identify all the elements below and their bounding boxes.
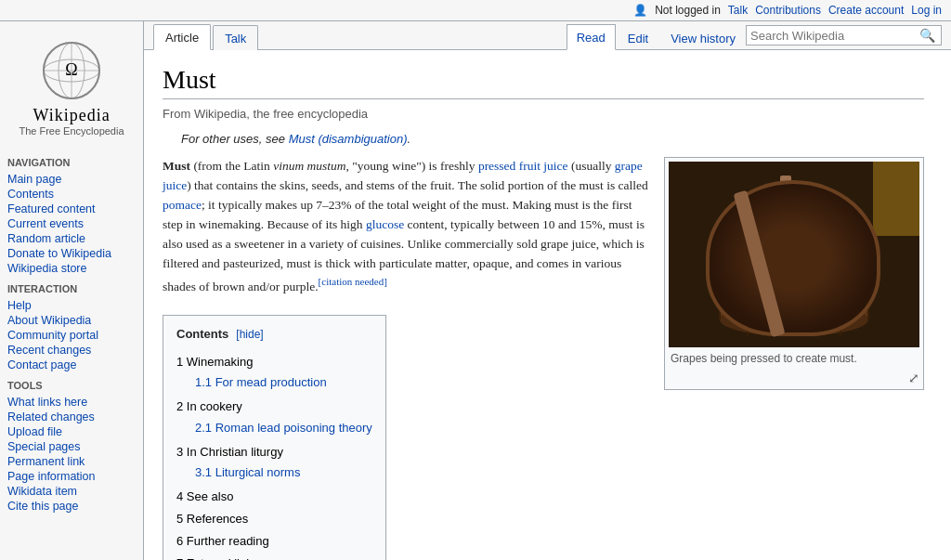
sidebar-item-featured[interactable]: Featured content bbox=[7, 202, 136, 216]
svg-rect-30 bbox=[873, 162, 919, 236]
contents-item-references: 5 References bbox=[176, 508, 372, 530]
contents-link-references[interactable]: 5 References bbox=[176, 512, 248, 526]
sidebar-item-recent-changes[interactable]: Recent changes bbox=[7, 343, 136, 358]
logo-area: Ω Wikipedia The Free Encyclopedia bbox=[0, 29, 143, 150]
contents-item-norms: 3.1 Liturgical norms bbox=[176, 462, 372, 484]
contents-link-see-also[interactable]: 4 See also bbox=[176, 489, 233, 503]
svg-point-24 bbox=[797, 271, 810, 284]
svg-point-20 bbox=[786, 255, 802, 272]
search-button[interactable]: 🔍 bbox=[918, 28, 937, 43]
svg-rect-27 bbox=[734, 228, 854, 238]
tab-talk[interactable]: Talk bbox=[213, 25, 258, 50]
contents-item-liturgy: 3 In Christian liturgy 3.1 Liturgical no… bbox=[176, 441, 372, 486]
content-row: Must (from the Latin vinum mustum, "youn… bbox=[163, 157, 924, 560]
svg-point-23 bbox=[765, 267, 776, 279]
article-paragraph-1: Must (from the Latin vinum mustum, "youn… bbox=[163, 157, 649, 296]
sidebar-item-community[interactable]: Community portal bbox=[7, 328, 136, 343]
tab-view-history[interactable]: View history bbox=[660, 25, 746, 50]
sidebar-item-contact[interactable]: Contact page bbox=[7, 358, 136, 372]
sidebar-item-cite[interactable]: Cite this page bbox=[7, 499, 136, 514]
contents-link-winemaking[interactable]: 1 Winemaking bbox=[176, 355, 253, 369]
not-logged-in: Not logged in bbox=[655, 4, 721, 17]
tools-title: Tools bbox=[7, 380, 136, 391]
contributions-link[interactable]: Contributions bbox=[755, 4, 821, 17]
wikipedia-logo: Ω bbox=[39, 38, 104, 103]
content-wrap: Article Talk Read Edit View history 🔍 Mu… bbox=[144, 21, 951, 560]
contents-sublist-cookery: 2.1 Roman lead poisoning theory bbox=[176, 417, 372, 439]
citation-needed[interactable]: [citation needed] bbox=[319, 276, 387, 287]
link-glucose[interactable]: glucose bbox=[366, 217, 404, 231]
article-title: Must bbox=[163, 65, 924, 99]
tab-edit[interactable]: Edit bbox=[618, 25, 658, 50]
latin-text: vinum mustum bbox=[273, 159, 345, 173]
contents-link-norms[interactable]: 3.1 Liturgical norms bbox=[195, 465, 300, 479]
sidebar-item-about[interactable]: About Wikipedia bbox=[7, 313, 136, 328]
sidebar-item-related-changes[interactable]: Related changes bbox=[7, 410, 136, 424]
top-bar: 👤 Not logged in Talk Contributions Creat… bbox=[0, 0, 951, 21]
contents-link-cookery[interactable]: 2 In cookery bbox=[176, 399, 242, 413]
sidebar-item-what-links[interactable]: What links here bbox=[7, 395, 136, 410]
search-box: 🔍 bbox=[746, 25, 942, 46]
sidebar-item-donate[interactable]: Donate to Wikipedia bbox=[7, 246, 136, 261]
svg-point-26 bbox=[813, 278, 822, 287]
sidebar-item-store[interactable]: Wikipedia store bbox=[7, 261, 136, 276]
sidebar-item-contents[interactable]: Contents bbox=[7, 187, 136, 202]
image-caption-text: Grapes being pressed to create must. bbox=[671, 352, 857, 365]
svg-line-13 bbox=[748, 217, 752, 336]
svg-rect-16 bbox=[727, 245, 861, 310]
contents-item-see-also: 4 See also bbox=[176, 486, 372, 508]
sidebar-item-main-page[interactable]: Main page bbox=[7, 172, 136, 187]
tab-group-left: Article Talk Read Edit View history bbox=[153, 23, 746, 49]
contents-item-cookery: 2 In cookery 2.1 Roman lead poisoning th… bbox=[176, 396, 372, 440]
nav-section: Navigation Main page Contents Featured c… bbox=[0, 157, 143, 276]
article-image bbox=[669, 162, 919, 347]
svg-point-25 bbox=[779, 277, 790, 288]
nav-section-title: Navigation bbox=[7, 157, 136, 168]
sidebar-item-upload[interactable]: Upload file bbox=[7, 424, 136, 439]
contents-link-further[interactable]: 6 Further reading bbox=[176, 534, 269, 548]
disambiguation-link[interactable]: Must (disambiguation) bbox=[289, 132, 408, 146]
contents-link-roman[interactable]: 2.1 Roman lead poisoning theory bbox=[195, 421, 372, 435]
sidebar-item-wikidata[interactable]: Wikidata item bbox=[7, 484, 136, 499]
sidebar-item-special[interactable]: Special pages bbox=[7, 439, 136, 454]
tab-bar: Article Talk Read Edit View history 🔍 bbox=[144, 21, 951, 50]
sidebar-item-page-info[interactable]: Page information bbox=[7, 469, 136, 484]
log-in-link[interactable]: Log in bbox=[911, 4, 942, 17]
link-grape-juice[interactable]: grape juice bbox=[163, 159, 643, 192]
contents-item-roman: 2.1 Roman lead poisoning theory bbox=[176, 417, 372, 439]
link-pomace[interactable]: pomace bbox=[163, 198, 202, 212]
article-source: From Wikipedia, the free encyclopedia bbox=[163, 107, 924, 121]
svg-rect-9 bbox=[720, 236, 868, 319]
contents-sublist-liturgy: 3.1 Liturgical norms bbox=[176, 462, 372, 484]
svg-point-18 bbox=[754, 252, 769, 267]
sidebar-item-help[interactable]: Help bbox=[7, 298, 136, 313]
enlarge-icon[interactable]: ⤢ bbox=[908, 371, 919, 385]
sidebar-item-current-events[interactable]: Current events bbox=[7, 216, 136, 231]
layout: Ω Wikipedia The Free Encyclopedia Naviga… bbox=[0, 21, 951, 560]
contents-hide-toggle[interactable]: [hide] bbox=[236, 326, 263, 344]
tab-article[interactable]: Article bbox=[153, 24, 211, 50]
image-caption-tools: ⤢ bbox=[669, 371, 919, 385]
contents-sublist-winemaking: 1.1 For mead production bbox=[176, 371, 372, 394]
article: Must From Wikipedia, the free encycloped… bbox=[144, 50, 943, 560]
grape-press-image bbox=[669, 162, 919, 347]
link-pressed-fruit-juice[interactable]: pressed fruit juice bbox=[478, 159, 568, 173]
image-caption: Grapes being pressed to create must. bbox=[669, 347, 919, 369]
contents-item-mead: 1.1 For mead production bbox=[176, 371, 372, 394]
user-icon: 👤 bbox=[633, 4, 647, 17]
create-account-link[interactable]: Create account bbox=[828, 4, 904, 17]
contents-item-external: 7 External links bbox=[176, 553, 372, 560]
sidebar-item-random[interactable]: Random article bbox=[7, 231, 136, 246]
contents-link-external[interactable]: 7 External links bbox=[176, 556, 258, 560]
svg-point-19 bbox=[772, 246, 785, 259]
contents-link-liturgy[interactable]: 3 In Christian liturgy bbox=[176, 445, 283, 459]
tools-section: Tools What links here Related changes Up… bbox=[0, 380, 143, 514]
interaction-section: Interaction Help About Wikipedia Communi… bbox=[0, 283, 143, 372]
talk-link[interactable]: Talk bbox=[728, 4, 748, 17]
hatnote: For other uses, see Must (disambiguation… bbox=[163, 132, 924, 146]
contents-link-mead[interactable]: 1.1 For mead production bbox=[195, 375, 327, 389]
contents-box: Contents [hide] 1 Winemaking 1.1 For mea… bbox=[163, 315, 386, 560]
search-input[interactable] bbox=[750, 29, 918, 43]
sidebar-item-permanent[interactable]: Permanent link bbox=[7, 454, 136, 469]
tab-read[interactable]: Read bbox=[567, 24, 616, 50]
